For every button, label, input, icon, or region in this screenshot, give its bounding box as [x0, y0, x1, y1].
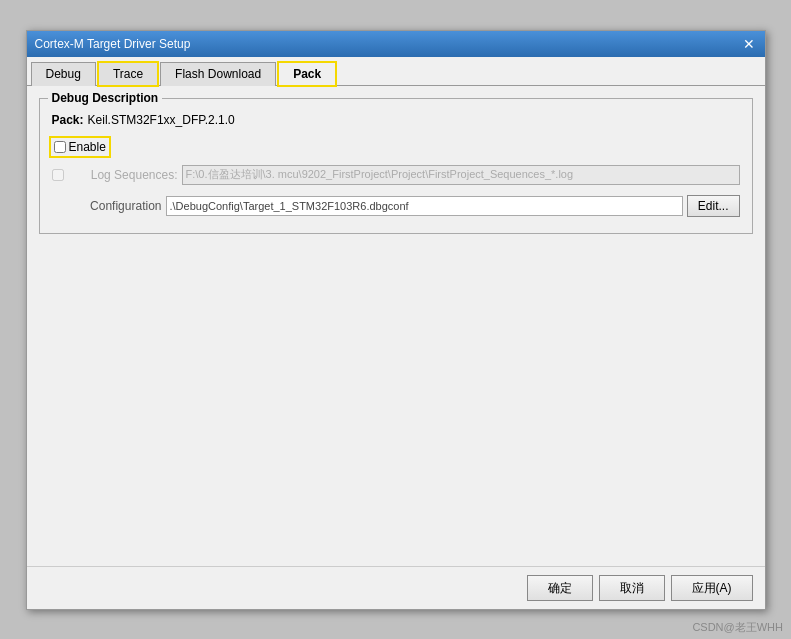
log-sequences-label: Log Sequences:: [68, 168, 178, 182]
log-sequences-row: Log Sequences:: [52, 165, 740, 185]
configuration-input[interactable]: [166, 196, 683, 216]
log-sequences-input: [182, 165, 740, 185]
apply-button[interactable]: 应用(A): [671, 575, 753, 601]
group-title: Debug Description: [48, 91, 163, 105]
debug-description-group: Debug Description Pack: Keil.STM32F1xx_D…: [39, 98, 753, 234]
configuration-row: Configuration Edit...: [52, 195, 740, 217]
button-row: 确定 取消 应用(A): [27, 566, 765, 609]
main-content: Debug Description Pack: Keil.STM32F1xx_D…: [27, 86, 765, 566]
tab-bar: Debug Trace Flash Download Pack: [27, 57, 765, 86]
cancel-button[interactable]: 取消: [599, 575, 665, 601]
enable-checkbox-wrapper[interactable]: Enable: [52, 139, 108, 155]
pack-row: Pack: Keil.STM32F1xx_DFP.2.1.0: [52, 113, 740, 127]
watermark: CSDN@老王WHH: [692, 620, 783, 635]
dialog-window: Cortex-M Target Driver Setup ✕ Debug Tra…: [26, 30, 766, 610]
enable-row: Enable: [52, 139, 740, 155]
close-button[interactable]: ✕: [741, 36, 757, 52]
enable-label: Enable: [69, 140, 106, 154]
edit-button[interactable]: Edit...: [687, 195, 740, 217]
tab-trace[interactable]: Trace: [98, 62, 158, 86]
dialog-title: Cortex-M Target Driver Setup: [35, 37, 191, 51]
pack-value: Keil.STM32F1xx_DFP.2.1.0: [88, 113, 235, 127]
title-bar: Cortex-M Target Driver Setup ✕: [27, 31, 765, 57]
tab-flash[interactable]: Flash Download: [160, 62, 276, 86]
tab-debug[interactable]: Debug: [31, 62, 96, 86]
ok-button[interactable]: 确定: [527, 575, 593, 601]
enable-checkbox[interactable]: [54, 141, 66, 153]
log-sequences-checkbox[interactable]: [52, 169, 64, 181]
pack-label: Pack:: [52, 113, 84, 127]
configuration-label: Configuration: [52, 199, 162, 213]
tab-pack[interactable]: Pack: [278, 62, 336, 86]
